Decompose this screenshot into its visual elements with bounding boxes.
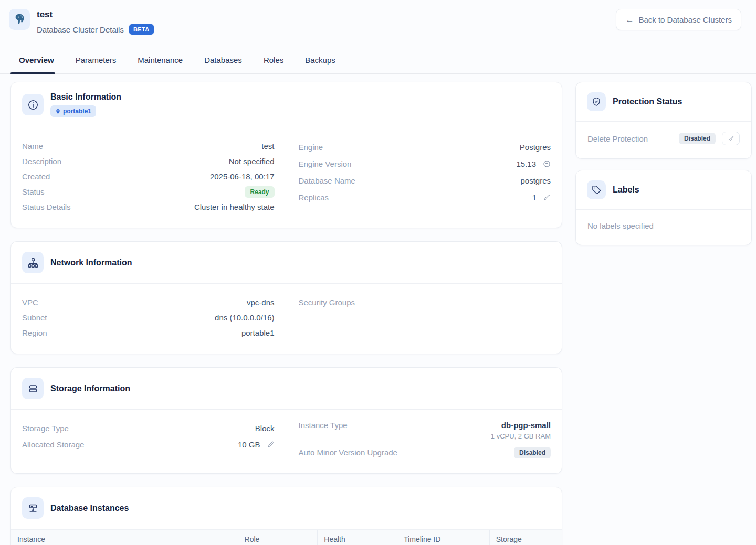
field-value: Cluster in healthy state xyxy=(194,202,275,211)
tab-parameters[interactable]: Parameters xyxy=(76,56,117,73)
instances-icon-tile xyxy=(22,497,44,519)
info-icon-tile xyxy=(22,94,44,115)
shield-icon-tile xyxy=(587,92,606,111)
back-arrow-icon: ← xyxy=(625,16,634,24)
region-badge: portable1 xyxy=(50,105,96,117)
upgrade-version-button[interactable] xyxy=(543,160,551,168)
field-label: Name xyxy=(22,142,43,151)
tag-icon xyxy=(591,185,602,195)
database-instances-card: Database Instances Instance Role Health … xyxy=(10,487,562,545)
column-header-instance: Instance xyxy=(11,530,238,545)
field-value: postgres xyxy=(520,176,551,185)
field-status-details: Status Details Cluster in healthy state xyxy=(22,199,275,215)
page-subtitle: Database Cluster Details xyxy=(37,25,124,34)
basic-information-header: Basic Information portable1 xyxy=(11,82,562,127)
allocated-storage-value: 10 GB xyxy=(238,440,260,449)
tab-backups[interactable]: Backups xyxy=(305,56,335,73)
field-value: Not specified xyxy=(229,157,275,166)
network-right-fields: Security Groups xyxy=(299,295,551,340)
network-icon xyxy=(27,257,39,269)
field-region: Region portable1 xyxy=(22,325,275,340)
field-value: Postgres xyxy=(520,143,551,152)
tab-maintenance[interactable]: Maintenance xyxy=(138,56,183,73)
tab-overview[interactable]: Overview xyxy=(19,56,54,73)
field-status: Status Ready xyxy=(22,184,275,199)
back-to-clusters-button[interactable]: ← Back to Database Clusters xyxy=(616,9,741,30)
page-header: test Database Cluster Details BETA ← Bac… xyxy=(0,0,756,35)
pencil-icon xyxy=(543,194,551,201)
network-information-card: Network Information VPC vpc-dns Subnet d… xyxy=(10,241,562,354)
field-label: Instance Type xyxy=(299,421,348,430)
field-created: Created 2025-06-18, 00:17 xyxy=(22,169,275,184)
column-header-health: Health xyxy=(318,530,397,545)
shield-check-icon xyxy=(591,97,602,107)
side-column: Protection Status Delete Protection Disa… xyxy=(575,82,752,245)
column-header-timeline-id: Timeline ID xyxy=(397,530,490,545)
field-security-groups: Security Groups xyxy=(299,295,551,310)
delete-protection-disabled-badge: Disabled xyxy=(679,133,716,144)
labels-title: Labels xyxy=(613,185,639,195)
location-pin-icon xyxy=(55,109,61,114)
title-block: test Database Cluster Details BETA xyxy=(37,9,154,35)
pencil-icon xyxy=(728,135,734,142)
region-badge-label: portable1 xyxy=(63,108,91,115)
field-label: Security Groups xyxy=(299,298,355,307)
storage-icon-tile xyxy=(22,378,44,399)
edit-delete-protection-button[interactable] xyxy=(722,132,740,145)
field-engine: Engine Postgres xyxy=(299,138,551,155)
field-value: 2025-06-18, 00:17 xyxy=(210,172,275,181)
labels-card: Labels No labels specified xyxy=(575,170,752,245)
labels-empty-text: No labels specified xyxy=(576,210,751,245)
database-instances-title: Database Instances xyxy=(50,504,129,513)
instance-type-value: db-pgp-small xyxy=(491,421,551,430)
field-allocated-storage: Allocated Storage 10 GB xyxy=(22,436,275,453)
field-instance-type: Instance Type db-pgp-small 1 vCPU, 2 GB … xyxy=(299,421,551,440)
beta-badge: BETA xyxy=(129,24,154,35)
field-label: Region xyxy=(22,328,47,337)
content-area: Basic Information portable1 Name test xyxy=(0,74,756,545)
basic-information-title: Basic Information xyxy=(50,92,121,102)
basic-info-left-fields: Name test Description Not specified Crea… xyxy=(22,138,275,215)
field-replicas: Replicas 1 xyxy=(299,189,551,206)
field-value: dns (10.0.0.0/16) xyxy=(215,313,274,322)
network-left-fields: VPC vpc-dns Subnet dns (10.0.0.0/16) Reg… xyxy=(22,295,275,340)
column-header-role: Role xyxy=(238,530,318,545)
field-vpc: VPC vpc-dns xyxy=(22,295,275,310)
field-label: Engine xyxy=(299,143,323,152)
tag-icon-tile xyxy=(587,180,606,199)
field-value: portable1 xyxy=(242,328,275,337)
delete-protection-label: Delete Protection xyxy=(587,134,679,143)
engine-version-value: 15.13 xyxy=(516,159,536,168)
field-label: Engine Version xyxy=(299,159,352,168)
field-label: Description xyxy=(22,157,61,166)
instances-table: Instance Role Health Timeline ID Storage… xyxy=(11,529,562,545)
field-value: vpc-dns xyxy=(247,298,275,307)
field-auto-minor-upgrade: Auto Minor Version Upgrade Disabled xyxy=(299,445,551,460)
protection-status-card: Protection Status Delete Protection Disa… xyxy=(575,82,752,159)
storage-information-title: Storage Information xyxy=(50,384,130,393)
labels-header: Labels xyxy=(576,170,751,210)
basic-information-title-stack: Basic Information portable1 xyxy=(50,92,121,117)
postgres-elephant-icon xyxy=(13,13,26,26)
field-label: Created xyxy=(22,172,50,181)
basic-information-card: Basic Information portable1 Name test xyxy=(10,82,562,228)
tab-roles[interactable]: Roles xyxy=(264,56,284,73)
field-label: Database Name xyxy=(299,176,355,185)
main-column: Basic Information portable1 Name test xyxy=(10,82,562,545)
field-storage-type: Storage Type Block xyxy=(22,421,275,436)
field-database-name: Database Name postgres xyxy=(299,172,551,189)
tab-databases[interactable]: Databases xyxy=(204,56,242,73)
edit-replicas-button[interactable] xyxy=(543,194,551,201)
network-information-title: Network Information xyxy=(50,258,132,268)
storage-information-card: Storage Information Storage Type Block A… xyxy=(10,367,562,474)
pencil-icon xyxy=(267,441,275,448)
instance-type-specs: 1 vCPU, 2 GB RAM xyxy=(491,432,551,440)
protection-status-title: Protection Status xyxy=(613,97,682,106)
amvu-disabled-badge: Disabled xyxy=(514,447,551,458)
protection-status-body: Delete Protection Disabled xyxy=(576,122,751,158)
edit-allocated-storage-button[interactable] xyxy=(267,441,275,448)
field-label: Allocated Storage xyxy=(22,440,84,449)
column-header-storage: Storage xyxy=(489,530,562,545)
field-label: Storage Type xyxy=(22,424,69,433)
info-icon xyxy=(27,99,39,111)
